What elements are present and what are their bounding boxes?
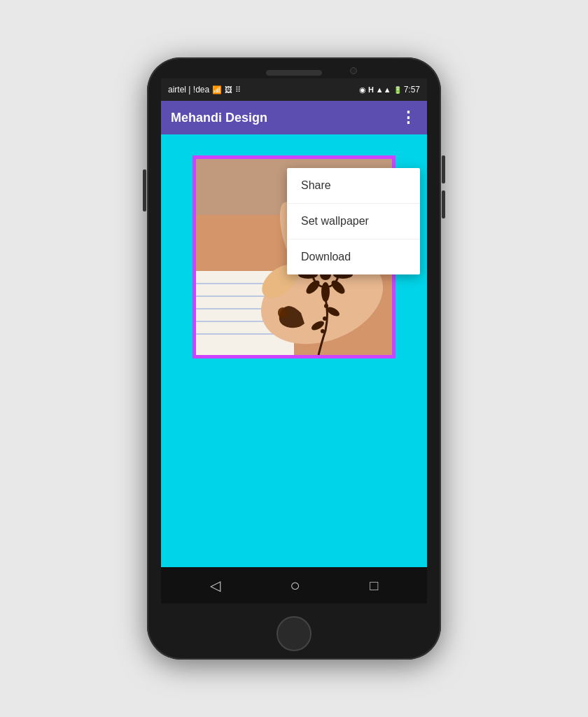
home-button[interactable]: ○ [290, 576, 300, 595]
volume-up-button[interactable] [442, 155, 445, 183]
set-wallpaper-menu-item[interactable]: Set wallpaper [287, 204, 420, 239]
recents-button[interactable]: □ [370, 578, 378, 594]
overflow-menu-icon[interactable]: ⋮ [400, 109, 417, 127]
network-type: H [368, 85, 374, 94]
signal-icon: ▲▲ [376, 85, 391, 94]
location-icon: ◉ [359, 85, 366, 95]
physical-home-button[interactable] [276, 616, 312, 651]
download-menu-item[interactable]: Download [287, 239, 420, 274]
phone-device: airtel | !dea 📶 🖼 ⠿ ◉ H ▲▲ 🔋 7:57 Mehand… [147, 57, 441, 660]
share-menu-item[interactable]: Share [287, 168, 420, 204]
svg-point-26 [321, 282, 330, 302]
notification-image-icon: 🖼 [225, 85, 232, 94]
screen: airtel | !dea 📶 🖼 ⠿ ◉ H ▲▲ 🔋 7:57 Mehand… [161, 78, 427, 604]
camera [350, 67, 357, 74]
app-bar: Mehandi Design ⋮ [161, 101, 427, 134]
power-button[interactable] [143, 169, 146, 211]
svg-point-33 [324, 304, 328, 308]
time: 7:57 [404, 85, 420, 95]
dropdown-menu: Share Set wallpaper Download [287, 168, 420, 274]
apps-icon: ⠿ [235, 85, 241, 95]
speaker [266, 70, 322, 76]
status-bar: airtel | !dea 📶 🖼 ⠿ ◉ H ▲▲ 🔋 7:57 [161, 78, 427, 101]
app-content: Share Set wallpaper Download [161, 134, 427, 567]
svg-point-34 [323, 316, 327, 321]
svg-point-35 [321, 329, 325, 333]
wifi-icon: 📶 [212, 85, 222, 95]
volume-down-button[interactable] [442, 190, 445, 218]
back-button[interactable]: ◁ [210, 577, 220, 594]
carrier-text: airtel | !dea [168, 85, 209, 95]
status-carrier: airtel | !dea 📶 🖼 ⠿ [168, 85, 241, 95]
battery-icon: 🔋 [393, 86, 402, 94]
status-right: ◉ H ▲▲ 🔋 7:57 [359, 85, 420, 95]
app-title: Mehandi Design [171, 111, 400, 125]
nav-bar: ◁ ○ □ [161, 567, 427, 604]
